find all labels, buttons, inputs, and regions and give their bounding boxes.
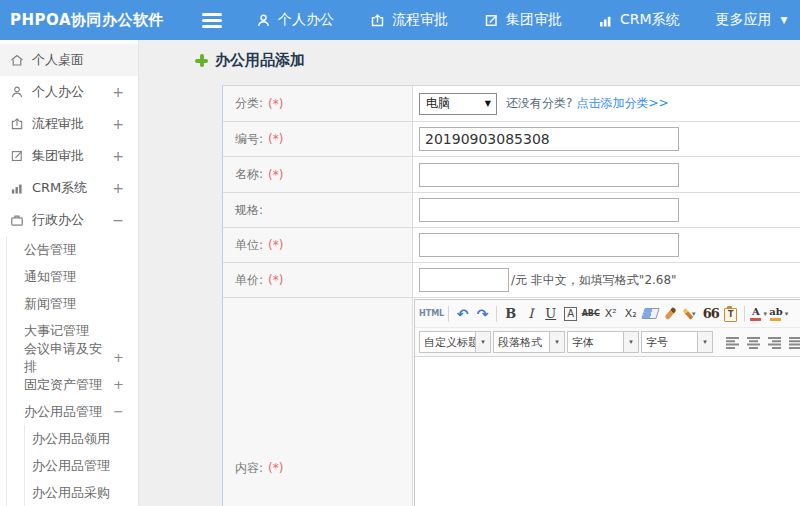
required-marker: (*) [268,273,283,287]
bar-chart-icon [10,181,24,195]
content-label: 内容: [235,460,263,477]
redo-button[interactable]: ↷ [473,304,492,324]
nav-group-approval[interactable]: 集团审批 [484,11,562,29]
align-right-button[interactable] [765,332,784,352]
red-color-bar [750,318,761,321]
font-border-button[interactable]: A [561,304,580,324]
price-format-hint: /元 非中文，如填写格式"2.68" [511,272,677,289]
remove-format-button[interactable] [641,304,660,324]
sidebar-item-news-mgmt[interactable]: 新闻管理 [7,290,138,317]
bold-button[interactable]: B [501,304,520,324]
name-input[interactable] [419,163,679,187]
sidebar: 个人桌面 个人办公 + 流程审批 + 集团审批 + CRM系统 + 行政办公 −… [0,40,139,506]
align-center-button[interactable] [744,332,763,352]
undo-button[interactable]: ↶ [453,304,472,324]
expand-sign[interactable]: + [113,377,124,392]
auto-typeset-button[interactable]: ▾ [681,304,700,324]
dropdown-caret-icon: ▾ [549,332,564,352]
superscript-button[interactable]: X² [601,304,620,324]
form-row-content: 内容: (*) HTML ↶ ↷ B I U A ABC [223,298,800,506]
sidebar-item-admin-office[interactable]: 行政办公 − [0,204,138,236]
strikethrough-button[interactable]: ABC [581,304,600,324]
sidebar-item-group-approval[interactable]: 集团审批 + [0,140,138,172]
sidebar-item-personal-office[interactable]: 个人办公 + [0,76,138,108]
sidebar-item-fixed-assets-mgmt[interactable]: 固定资产管理+ [7,371,138,398]
category-label: 分类: [235,95,263,112]
menu-toggle-icon[interactable] [202,13,222,28]
sidebar-item-meeting-request[interactable]: 会议申请及安排+ [7,344,138,371]
italic-button[interactable]: I [521,304,540,324]
subscript-button[interactable]: X₂ [621,304,640,324]
expand-sign[interactable]: + [112,116,124,132]
main-content: 办公用品添加 分类: (*) 电脑 ▼ 还没有分类? 点击添加分类>> 编号: … [140,40,800,506]
share-up-icon [370,13,385,28]
spec-label: 规格: [235,202,263,219]
expand-sign[interactable]: + [112,180,124,196]
sidebar-item-supplies-manage[interactable]: 办公用品管理 [25,452,138,479]
expand-sign[interactable]: + [112,84,124,100]
clipboard-icon: T [724,308,737,322]
expand-sign[interactable]: + [112,148,124,164]
bar-chart-icon [598,13,613,28]
spec-input[interactable] [419,198,679,222]
custom-title-select[interactable]: 自定义标题 ▾ [419,331,491,353]
underline-button[interactable]: U [541,304,560,324]
font-family-select[interactable]: 字体 ▾ [567,331,639,353]
paste-plain-button[interactable]: T [721,304,740,324]
price-input[interactable] [419,268,509,292]
category-select-value: 电脑 [426,95,450,112]
form-row-price: 单价: (*) /元 非中文，如填写格式"2.68" [223,263,800,298]
required-marker: (*) [268,132,283,146]
dropdown-caret-icon: ▾ [697,332,712,352]
nav-process-approval[interactable]: 流程审批 [370,11,448,29]
category-hint: 还没有分类? [506,95,572,112]
category-select[interactable]: 电脑 ▼ [419,93,497,115]
caret-down-icon: ▼ [781,15,788,25]
sidebar-item-notice-mgmt[interactable]: 通知管理 [7,263,138,290]
collapse-sign[interactable]: − [112,212,124,228]
sidebar-item-office-supplies-mgmt[interactable]: 办公用品管理− [7,398,138,425]
sidebar-item-crm[interactable]: CRM系统 + [0,172,138,204]
share-up-icon [10,117,24,131]
blockquote-button[interactable]: 66 [701,304,720,324]
price-label: 单价: [235,272,263,289]
nav-personal-office[interactable]: 个人办公 [256,11,334,29]
edit-icon [10,149,24,163]
plus-icon [195,54,208,67]
nav-crm-system[interactable]: CRM系统 [598,11,680,29]
sidebar-item-supplies-claim[interactable]: 办公用品领用 [25,425,138,452]
unit-input[interactable] [419,233,679,257]
font-size-select[interactable]: 字号 ▾ [641,331,713,353]
briefcase-icon [10,213,24,227]
align-left-button[interactable] [723,332,742,352]
expand-sign[interactable]: + [113,350,124,365]
add-category-link[interactable]: 点击添加分类>> [576,95,668,112]
app-logo[interactable]: PHPOA协同办公软件 [0,11,188,30]
sidebar-item-announcement-mgmt[interactable]: 公告管理 [7,236,138,263]
nav-more-apps[interactable]: 更多应用 ▼ [716,11,788,29]
user-icon [256,13,271,28]
form-row-unit: 单位: (*) [223,228,800,263]
app-header: PHPOA协同办公软件 个人办公 流程审批 集团审批 CRM系统 更多应用 ▼ [0,0,800,40]
eraser-icon [641,308,660,319]
format-painter-button[interactable] [661,304,680,324]
form-row-name: 名称: (*) [223,157,800,193]
number-label: 编号: [235,131,263,148]
editor-content-area[interactable] [415,356,800,506]
sidebar-item-process-approval[interactable]: 流程审批 + [0,108,138,140]
highlight-color-button[interactable]: ab▾ [769,304,788,324]
form-row-category: 分类: (*) 电脑 ▼ 还没有分类? 点击添加分类>> [223,86,800,122]
form-row-number: 编号: (*) [223,122,800,157]
orange-color-bar [770,318,781,321]
office-supplies-submenu: 办公用品领用 办公用品管理 办公用品采购 [24,425,138,506]
editor-toolbar-top: HTML ↶ ↷ B I U A ABC X² X₂ ▾ [415,300,800,327]
sidebar-item-desktop[interactable]: 个人桌面 [0,44,138,76]
number-input[interactable] [419,127,679,151]
sidebar-item-supplies-purchase[interactable]: 办公用品采购 [25,479,138,506]
font-color-button[interactable]: A▾ [749,304,768,324]
page-title: 办公用品添加 [195,51,305,70]
collapse-sign[interactable]: − [113,404,124,419]
justify-button[interactable] [786,332,800,352]
paragraph-format-select[interactable]: 段落格式 ▾ [493,331,565,353]
html-source-button[interactable]: HTML [419,304,444,324]
